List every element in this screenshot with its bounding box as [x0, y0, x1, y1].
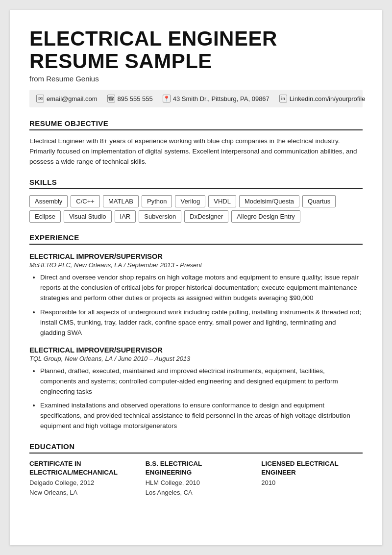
contact-bar: ✉ email@gmail.com ☎ 895 555 555 📍 43 Smi…	[29, 90, 363, 107]
skills-section: SKILLS AssemblyC/C++MATLABPythonVerilogV…	[29, 178, 363, 223]
contact-linkedin: in Linkedin.com/in/yourprofile	[279, 95, 366, 102]
skill-tag: Python	[142, 195, 172, 207]
edu-detail-2: New Orleans, LA	[29, 488, 131, 498]
list-item: Examined installations and observed oper…	[40, 401, 363, 431]
skill-tag: IAR	[115, 210, 136, 223]
job-title: ELECTRICAL IMPROVER/SUPERVISOR	[29, 346, 363, 354]
skill-tag: C/C++	[71, 195, 100, 207]
contact-email: ✉ email@gmail.com	[36, 95, 98, 102]
experience-section: EXPERIENCE ELECTRICAL IMPROVER/SUPERVISO…	[29, 233, 363, 431]
phone-text: 895 555 555	[118, 95, 153, 102]
job-meta: TQL Group, New Orleans, LA / June 2010 –…	[29, 355, 363, 362]
edu-detail-2: Los Angeles, CA	[146, 488, 247, 498]
skill-tag: MATLAB	[103, 195, 139, 207]
job-bullets: Direct and oversee vendor shop repairs o…	[29, 273, 363, 338]
objective-section: RESUME OBJECTIVE Electrical Engineer wit…	[29, 119, 363, 167]
address-text: 43 Smith Dr., Pittsburg, PA, 09867	[173, 95, 270, 102]
job-bullets: Planned, drafted, executed, maintained a…	[29, 366, 363, 432]
list-item: Responsible for all aspects of undergrou…	[40, 307, 363, 338]
header: ELECTRICAL ENGINEER RESUME SAMPLE from R…	[29, 27, 363, 83]
edu-item: B.S. ELECTRICAL ENGINEERINGHLM College, …	[146, 459, 247, 497]
objective-text: Electrical Engineer with 8+ years of exp…	[29, 136, 363, 167]
skill-tag: Assembly	[29, 195, 68, 207]
skill-tag: Eclipse	[29, 210, 61, 223]
edu-title: CERTIFICATE IN ELECTRICAL/MECHANICAL	[29, 459, 131, 477]
edu-item: CERTIFICATE IN ELECTRICAL/MECHANICALDelg…	[29, 459, 131, 497]
skill-tag: Allegro Design Entry	[231, 210, 300, 223]
skills-title: SKILLS	[29, 178, 363, 189]
edu-title: B.S. ELECTRICAL ENGINEERING	[146, 459, 247, 477]
edu-detail: 2010	[261, 478, 363, 488]
location-icon: 📍	[163, 95, 171, 102]
skill-tag: Quartus	[302, 195, 336, 207]
edu-detail: Delgado College, 2012	[29, 478, 131, 488]
skill-tag: Modelsim/Questa	[239, 195, 299, 207]
edu-detail: HLM College, 2010	[146, 478, 247, 488]
resume-page: ELECTRICAL ENGINEER RESUME SAMPLE from R…	[10, 10, 382, 545]
contact-address: 📍 43 Smith Dr., Pittsburg, PA, 09867	[163, 95, 270, 102]
list-item: Planned, drafted, executed, maintained a…	[40, 366, 363, 397]
skill-tag: DxDesigner	[184, 210, 228, 223]
list-item: Direct and oversee vendor shop repairs o…	[40, 273, 363, 303]
edu-title: LICENSED ELECTRICAL ENGINEER	[261, 459, 363, 477]
jobs-container: ELECTRICAL IMPROVER/SUPERVISORMcHERO PLC…	[29, 252, 363, 431]
header-subtitle: from Resume Genius	[29, 75, 363, 83]
skill-tag: Subversion	[139, 210, 181, 223]
linkedin-icon: in	[279, 95, 287, 102]
job-meta: McHERO PLC, New Orleans, LA / September …	[29, 261, 363, 269]
job-title: ELECTRICAL IMPROVER/SUPERVISOR	[29, 252, 363, 260]
experience-title: EXPERIENCE	[29, 233, 363, 245]
page-title: ELECTRICAL ENGINEER RESUME SAMPLE	[29, 27, 363, 73]
education-title: EDUCATION	[29, 442, 363, 454]
contact-phone: ☎ 895 555 555	[107, 95, 153, 102]
objective-title: RESUME OBJECTIVE	[29, 119, 363, 130]
job-entry: ELECTRICAL IMPROVER/SUPERVISORMcHERO PLC…	[29, 252, 363, 338]
email-text: email@gmail.com	[47, 95, 98, 102]
skill-tag: Verilog	[175, 195, 205, 207]
skill-tag: Visual Studio	[64, 210, 112, 223]
skills-tags: AssemblyC/C++MATLABPythonVerilogVHDLMode…	[29, 195, 363, 223]
skill-tag: VHDL	[208, 195, 236, 207]
job-entry: ELECTRICAL IMPROVER/SUPERVISORTQL Group,…	[29, 346, 363, 432]
edu-item: LICENSED ELECTRICAL ENGINEER2010	[261, 459, 363, 497]
phone-icon: ☎	[107, 95, 115, 102]
education-grid: CERTIFICATE IN ELECTRICAL/MECHANICALDelg…	[29, 459, 363, 497]
education-section: EDUCATION CERTIFICATE IN ELECTRICAL/MECH…	[29, 442, 363, 497]
linkedin-text: Linkedin.com/in/yourprofile	[290, 95, 366, 102]
email-icon: ✉	[36, 95, 44, 102]
